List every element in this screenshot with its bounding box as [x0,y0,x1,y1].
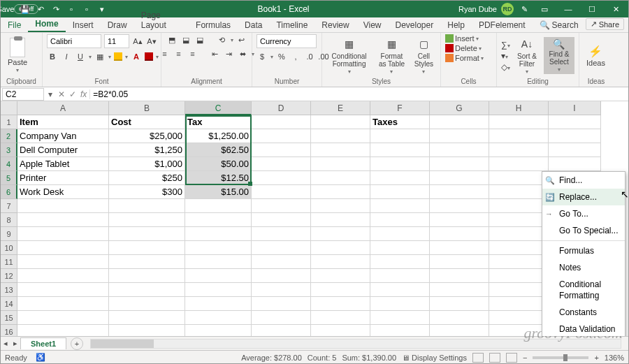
cell-F14[interactable] [370,297,430,311]
paste-button[interactable]: Paste▾ [5,36,30,75]
cell-A11[interactable] [17,255,109,269]
accounting-format-icon[interactable]: $ [256,51,268,62]
cell-E6[interactable] [311,185,370,199]
tab-view[interactable]: View [356,18,389,32]
cell-E5[interactable] [311,171,370,185]
cell-E10[interactable] [311,241,370,255]
cell-B8[interactable] [109,213,185,227]
cell-D15[interactable] [252,311,311,325]
cell-D10[interactable] [252,241,311,255]
italic-button[interactable]: I [61,51,72,62]
undo-icon[interactable]: ↶ [34,3,47,15]
cell-G6[interactable] [430,185,489,199]
cell-H5[interactable] [489,171,549,185]
tab-page-layout[interactable]: Page Layout [134,8,189,32]
cell-B3[interactable]: $1,250 [109,143,185,157]
menu-replace[interactable]: 🔄Replace...↖ [542,189,625,205]
name-box[interactable]: C2 [2,88,44,101]
page-break-view-icon[interactable] [506,353,517,363]
cell-styles-button[interactable]: ▢Cell Styles▾ [412,35,436,76]
menu-find[interactable]: 🔍Find... [542,172,625,189]
autosave-toggle[interactable]: AutoSave Off [3,3,16,15]
cell-D1[interactable] [252,115,311,129]
row-header-7[interactable]: 7 [1,199,17,213]
cell-E2[interactable] [311,129,370,143]
cell-F10[interactable] [370,241,430,255]
row-header-1[interactable]: 1 [1,115,17,129]
cell-A9[interactable] [17,227,109,241]
menu-goto[interactable]: →Go To... [542,205,625,222]
cell-E16[interactable] [311,325,370,336]
cell-F3[interactable] [370,143,430,157]
horizontal-scrollbar[interactable] [90,339,621,349]
cell-D12[interactable] [252,269,311,283]
cell-G13[interactable] [430,283,489,297]
menu-formulas[interactable]: Formulas [542,242,625,259]
cell-C3[interactable]: $62.50 [185,143,252,157]
cell-C2[interactable]: $1,250.00 [185,129,252,143]
autosum-icon[interactable]: ∑▾ [501,40,510,50]
col-header-I[interactable]: I [549,101,601,115]
row-header-16[interactable]: 16 [1,325,17,336]
row-header-12[interactable]: 12 [1,269,17,283]
menu-notes[interactable]: Notes [542,259,625,276]
share-button[interactable]: ↗Share [586,18,624,30]
find-select-button[interactable]: 🔍Find & Select▾ [544,37,574,74]
zoom-level[interactable]: 136% [605,354,624,362]
col-header-H[interactable]: H [489,101,549,115]
cell-E12[interactable] [311,269,370,283]
qat-icon[interactable]: ▫ [65,3,78,15]
align-top-icon[interactable]: ⬒ [166,34,178,45]
tab-insert[interactable]: Insert [66,18,101,32]
cell-D4[interactable] [252,157,311,171]
cancel-formula-icon[interactable]: ✕ [58,89,65,99]
ideas-button[interactable]: ⚡Ideas [584,43,608,68]
worksheet[interactable]: ABCDEFGHI1ItemCostTaxTaxes2Company Van$2… [1,101,628,336]
cell-F5[interactable] [370,171,430,185]
format-as-table-button[interactable]: ▦Format as Table▾ [375,35,409,76]
cell-A10[interactable] [17,241,109,255]
tab-file[interactable]: File [1,18,28,32]
cell-A2[interactable]: Company Van [17,129,109,143]
tab-help[interactable]: Help [440,18,472,32]
cell-C1[interactable]: Tax [185,115,252,129]
sheet-tab-sheet1[interactable]: Sheet1 [20,337,66,349]
cell-B4[interactable]: $1,000 [109,157,185,171]
bold-button[interactable]: B [47,51,58,62]
cell-G11[interactable] [430,255,489,269]
row-header-8[interactable]: 8 [1,213,17,227]
cell-D3[interactable] [252,143,311,157]
fill-color-button[interactable] [114,52,122,61]
cell-I3[interactable] [549,143,601,157]
row-header-2[interactable]: 2 [1,129,17,143]
qat-icon-2[interactable]: ▫ [80,3,93,15]
insert-cells-button[interactable]: Insert ▾ [445,34,479,43]
cell-A6[interactable]: Work Desk [17,185,109,199]
cell-F2[interactable] [370,129,430,143]
cell-H15[interactable] [489,311,549,325]
col-header-G[interactable]: G [430,101,489,115]
cell-D13[interactable] [252,283,311,297]
row-header-13[interactable]: 13 [1,283,17,297]
number-format-select[interactable] [256,34,317,48]
enter-formula-icon[interactable]: ✓ [69,89,76,99]
avatar[interactable]: RD [501,3,514,15]
cell-B6[interactable]: $300 [109,185,185,199]
align-center-icon[interactable]: ≡ [173,48,185,59]
cell-B9[interactable] [109,227,185,241]
tab-pdfelement[interactable]: PDFelement [472,18,533,32]
col-header-B[interactable]: B [109,101,185,115]
display-settings-button[interactable]: 🖥 Display Settings [402,354,467,362]
cell-H2[interactable] [489,129,549,143]
align-left-icon[interactable]: ≡ [159,48,171,59]
cell-H3[interactable] [489,143,549,157]
col-header-C[interactable]: C [185,101,252,115]
format-cells-button[interactable]: Format ▾ [445,54,484,62]
zoom-in-button[interactable]: + [594,354,598,362]
conditional-formatting-button[interactable]: ▦Conditional Formatting▾ [326,35,372,76]
select-all-corner[interactable] [1,101,17,115]
cell-G9[interactable] [430,227,489,241]
cell-H4[interactable] [489,157,549,171]
row-header-9[interactable]: 9 [1,227,17,241]
wrap-text-icon[interactable]: ↩ [236,34,247,45]
